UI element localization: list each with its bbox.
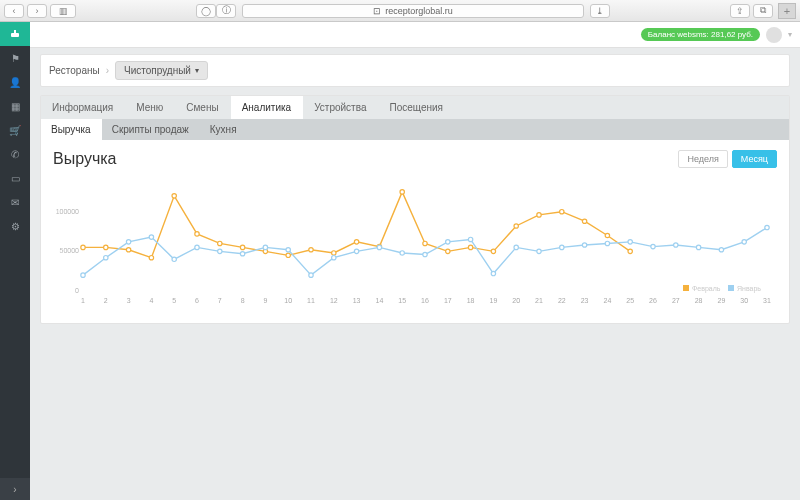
sidebar-user-icon[interactable]: 👤: [0, 70, 30, 94]
nav-back-button[interactable]: ‹: [4, 4, 24, 18]
svg-text:Январь: Январь: [737, 285, 761, 293]
svg-text:2: 2: [104, 297, 108, 304]
svg-point-37: [104, 245, 108, 249]
svg-text:18: 18: [467, 297, 475, 304]
range-месяц[interactable]: Месяц: [732, 150, 777, 168]
sidebar-dashboard-icon[interactable]: ▦: [0, 94, 30, 118]
svg-point-66: [195, 245, 199, 249]
tab-устройства[interactable]: Устройства: [303, 96, 378, 119]
svg-point-76: [423, 252, 427, 256]
svg-point-42: [218, 241, 222, 245]
subtab-скрипты продаж[interactable]: Скрипты продаж: [102, 119, 200, 140]
sidebar-mail-icon[interactable]: ✉: [0, 190, 30, 214]
svg-text:20: 20: [512, 297, 520, 304]
svg-point-39: [149, 256, 153, 260]
svg-text:Февраль: Февраль: [692, 285, 721, 293]
svg-point-64: [149, 235, 153, 239]
svg-point-40: [172, 194, 176, 198]
sidebar-toggle-button[interactable]: ▥: [50, 4, 76, 18]
svg-point-71: [309, 273, 313, 277]
balance-badge[interactable]: Баланс websms: 281,62 руб.: [641, 28, 760, 41]
chevron-right-icon: ›: [106, 65, 109, 76]
svg-text:9: 9: [263, 297, 267, 304]
svg-text:15: 15: [398, 297, 406, 304]
svg-text:22: 22: [558, 297, 566, 304]
svg-point-75: [400, 251, 404, 255]
svg-text:31: 31: [763, 297, 771, 304]
svg-point-55: [514, 224, 518, 228]
info-icon[interactable]: ⓘ: [216, 4, 236, 18]
brand-logo[interactable]: [0, 22, 30, 46]
tab-посещения[interactable]: Посещения: [378, 96, 455, 119]
svg-point-72: [332, 256, 336, 260]
svg-point-82: [560, 245, 564, 249]
sidebar-phone-icon[interactable]: ✆: [0, 142, 30, 166]
svg-point-83: [582, 243, 586, 247]
url-bar[interactable]: ⊡ receptorglobal.ru: [242, 4, 584, 18]
sidebar-cart-icon[interactable]: 🛒: [0, 118, 30, 142]
svg-point-67: [218, 249, 222, 253]
svg-point-84: [605, 241, 609, 245]
svg-point-74: [377, 245, 381, 249]
svg-point-90: [742, 240, 746, 244]
tab-информация[interactable]: Информация: [41, 96, 125, 119]
subtab-выручка[interactable]: Выручка: [41, 119, 102, 140]
svg-point-86: [651, 244, 655, 248]
svg-point-73: [354, 249, 358, 253]
avatar[interactable]: [766, 27, 782, 43]
breadcrumb: Рестораны › Чистопрудный ▾: [40, 54, 790, 87]
svg-text:10: 10: [284, 297, 292, 304]
svg-point-46: [309, 248, 313, 252]
share-button[interactable]: ⇪: [730, 4, 750, 18]
tabs-button[interactable]: ⧉: [753, 4, 773, 18]
new-tab-button[interactable]: +: [778, 3, 796, 19]
svg-point-43: [240, 245, 244, 249]
svg-point-50: [400, 190, 404, 194]
tab-аналитика[interactable]: Аналитика: [231, 96, 304, 119]
svg-text:50000: 50000: [60, 247, 80, 254]
svg-text:6: 6: [195, 297, 199, 304]
svg-point-62: [104, 256, 108, 260]
topbar: Баланс websms: 281,62 руб. ▾: [30, 22, 800, 48]
svg-point-48: [354, 240, 358, 244]
sidebar-gear-icon[interactable]: ⚙: [0, 214, 30, 238]
nav-fwd-button[interactable]: ›: [27, 4, 47, 18]
browser-toolbar: ‹ › ▥ ◯ ⓘ ⊡ receptorglobal.ru ⤓ ⇪ ⧉ +: [0, 0, 800, 22]
sidebar-flag-icon[interactable]: ⚑: [0, 46, 30, 70]
user-menu-caret[interactable]: ▾: [788, 30, 792, 39]
svg-point-45: [286, 253, 290, 257]
svg-text:24: 24: [604, 297, 612, 304]
svg-point-87: [674, 243, 678, 247]
svg-text:13: 13: [353, 297, 361, 304]
svg-point-41: [195, 232, 199, 236]
svg-text:1: 1: [81, 297, 85, 304]
svg-text:12: 12: [330, 297, 338, 304]
secondary-tabs: ВыручкаСкрипты продажКухня: [41, 119, 789, 140]
svg-text:26: 26: [649, 297, 657, 304]
revenue-chart[interactable]: 0500001000001234567891011121314151617181…: [53, 174, 777, 309]
breadcrumb-root[interactable]: Рестораны: [49, 65, 100, 76]
tab-меню[interactable]: Меню: [125, 96, 175, 119]
svg-text:5: 5: [172, 297, 176, 304]
svg-point-60: [628, 249, 632, 253]
shield-icon[interactable]: ◯: [196, 4, 216, 18]
breadcrumb-dropdown[interactable]: Чистопрудный ▾: [115, 61, 208, 80]
svg-point-52: [446, 249, 450, 253]
sidebar-card-icon[interactable]: ▭: [0, 166, 30, 190]
svg-point-69: [263, 245, 267, 249]
subtab-кухня[interactable]: Кухня: [200, 119, 248, 140]
lock-icon: ⊡: [373, 6, 381, 16]
svg-text:30: 30: [740, 297, 748, 304]
reader-icon[interactable]: ⤓: [590, 4, 610, 18]
tab-смены[interactable]: Смены: [175, 96, 230, 119]
range-неделя[interactable]: Неделя: [678, 150, 727, 168]
svg-text:11: 11: [307, 297, 315, 304]
svg-point-79: [491, 271, 495, 275]
sidebar-expand-button[interactable]: ›: [0, 478, 30, 500]
svg-point-68: [240, 252, 244, 256]
svg-point-85: [628, 240, 632, 244]
svg-point-47: [332, 251, 336, 255]
svg-point-57: [560, 210, 564, 214]
svg-point-89: [719, 248, 723, 252]
svg-rect-92: [683, 285, 689, 291]
